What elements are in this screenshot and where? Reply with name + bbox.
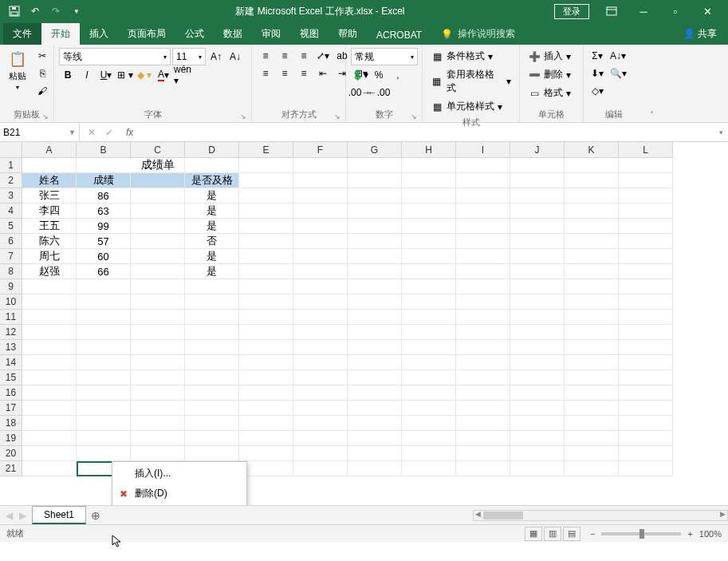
align-launcher[interactable]: ↘	[334, 113, 340, 120]
cell[interactable]	[131, 310, 185, 325]
cell[interactable]	[510, 203, 565, 219]
cell[interactable]	[510, 416, 565, 431]
save-icon[interactable]	[5, 2, 24, 20]
cell[interactable]	[348, 279, 402, 294]
cell[interactable]: 63	[77, 203, 131, 219]
row-header[interactable]: 7	[0, 249, 22, 264]
cell[interactable]	[565, 446, 619, 461]
cell[interactable]	[348, 234, 402, 249]
cell[interactable]	[619, 325, 673, 340]
cell[interactable]	[239, 325, 293, 340]
cell[interactable]	[510, 370, 565, 385]
cell[interactable]	[131, 279, 185, 294]
tab-help[interactable]: 帮助	[329, 23, 367, 45]
cell[interactable]	[185, 431, 239, 446]
cell[interactable]: 张三	[22, 188, 77, 203]
cell[interactable]: 李四	[22, 203, 77, 219]
column-header[interactable]: G	[348, 142, 402, 158]
cell[interactable]	[239, 158, 293, 173]
cell[interactable]	[619, 310, 673, 325]
underline-button[interactable]: U ▾	[97, 67, 115, 83]
align-center-icon[interactable]: ≡	[276, 65, 293, 81]
cell[interactable]	[402, 310, 456, 325]
font-size-select[interactable]: 11▾	[172, 48, 206, 65]
row-header[interactable]: 3	[0, 188, 22, 203]
cell[interactable]	[565, 325, 619, 340]
cell[interactable]	[293, 188, 348, 203]
cell[interactable]	[22, 340, 77, 355]
row-header[interactable]: 8	[0, 264, 22, 279]
cell[interactable]	[348, 431, 402, 446]
cell[interactable]	[456, 416, 510, 431]
cell[interactable]: 86	[77, 188, 131, 203]
cell[interactable]	[456, 446, 510, 461]
cell[interactable]	[293, 234, 348, 249]
cell[interactable]	[131, 294, 185, 310]
cell[interactable]	[131, 446, 185, 461]
cell[interactable]	[456, 173, 510, 188]
format-painter-icon[interactable]: 🖌	[33, 83, 51, 99]
percent-icon[interactable]: %	[370, 67, 388, 83]
horizontal-scrollbar[interactable]: ◀ ▶	[473, 510, 728, 521]
column-header[interactable]: A	[22, 142, 77, 158]
cell[interactable]	[456, 401, 510, 416]
cell[interactable]	[77, 385, 131, 401]
cell[interactable]	[131, 370, 185, 385]
column-header[interactable]: C	[131, 142, 185, 158]
cell[interactable]	[77, 401, 131, 416]
cell[interactable]	[402, 173, 456, 188]
row-header[interactable]: 19	[0, 431, 22, 446]
cell[interactable]	[510, 294, 565, 310]
cell[interactable]	[402, 401, 456, 416]
cell[interactable]	[402, 219, 456, 234]
cell[interactable]	[348, 158, 402, 173]
cell[interactable]	[22, 416, 77, 431]
cell[interactable]	[22, 431, 77, 446]
cell[interactable]	[510, 158, 565, 173]
cell[interactable]	[456, 158, 510, 173]
sheet-tab-sheet1[interactable]: Sheet1	[32, 506, 86, 524]
cell[interactable]	[348, 264, 402, 279]
cell[interactable]	[185, 279, 239, 294]
cell[interactable]	[293, 173, 348, 188]
font-launcher[interactable]: ↘	[240, 113, 246, 120]
ribbon-options-icon[interactable]	[596, 2, 628, 20]
new-sheet-button[interactable]: ⊕	[86, 509, 105, 522]
bold-button[interactable]: B	[59, 67, 77, 83]
cell[interactable]	[565, 294, 619, 310]
cell[interactable]	[131, 219, 185, 234]
cell[interactable]: 是	[185, 203, 239, 219]
cell[interactable]	[510, 355, 565, 370]
cell[interactable]	[619, 249, 673, 264]
cell[interactable]	[619, 173, 673, 188]
cell[interactable]	[239, 294, 293, 310]
row-header[interactable]: 5	[0, 219, 22, 234]
select-all-triangle[interactable]	[0, 142, 22, 158]
tab-home[interactable]: 开始	[41, 23, 80, 45]
cell[interactable]	[565, 219, 619, 234]
italic-button[interactable]: I	[78, 67, 96, 83]
cell[interactable]	[77, 310, 131, 325]
cell[interactable]	[619, 355, 673, 370]
cell[interactable]	[293, 219, 348, 234]
column-header[interactable]: D	[185, 142, 239, 158]
cell[interactable]	[239, 203, 293, 219]
cell[interactable]	[185, 355, 239, 370]
tab-view[interactable]: 视图	[290, 23, 329, 45]
cell[interactable]	[348, 310, 402, 325]
cell[interactable]	[77, 431, 131, 446]
cell[interactable]	[348, 340, 402, 355]
cell[interactable]: 否	[185, 234, 239, 249]
cell[interactable]	[185, 385, 239, 401]
cell[interactable]	[402, 234, 456, 249]
cell[interactable]	[22, 279, 77, 294]
cell[interactable]	[293, 340, 348, 355]
cell[interactable]	[239, 370, 293, 385]
align-bottom-icon[interactable]: ≡	[295, 48, 313, 64]
cell[interactable]	[510, 264, 565, 279]
cell[interactable]: 是	[185, 219, 239, 234]
cell[interactable]	[22, 446, 77, 461]
cell[interactable]	[293, 401, 348, 416]
cell[interactable]	[402, 188, 456, 203]
cell[interactable]	[77, 294, 131, 310]
